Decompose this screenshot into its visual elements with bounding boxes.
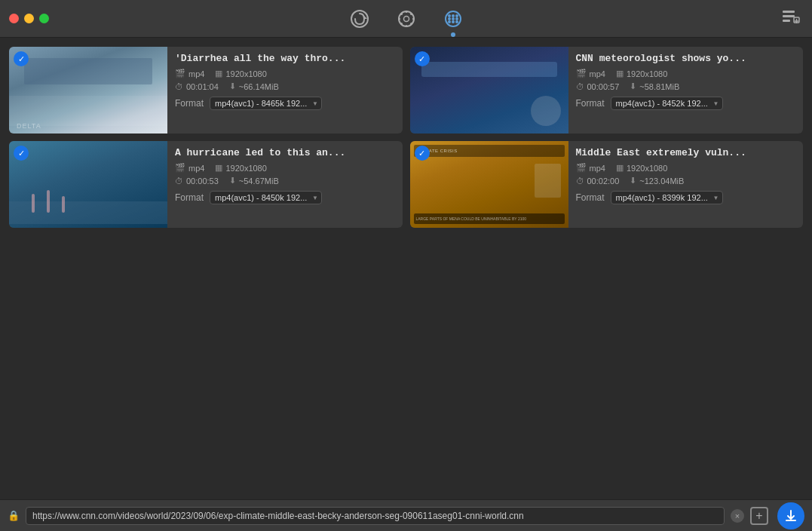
settings-icon[interactable] bbox=[394, 7, 418, 31]
res-icon-2: ▦ bbox=[616, 69, 624, 78]
format-label-2: Format bbox=[576, 98, 605, 109]
traffic-lights bbox=[9, 14, 49, 23]
grid-icon[interactable] bbox=[441, 7, 465, 31]
titlebar bbox=[0, 0, 812, 38]
format-row-1: Format mp4(avc1) - 8465k 192... bbox=[175, 96, 395, 110]
refresh-icon[interactable] bbox=[348, 7, 372, 31]
svg-point-4 bbox=[405, 11, 407, 13]
format-select-wrap-4[interactable]: mp4(avc1) - 8399k 192... bbox=[611, 190, 723, 204]
download-button[interactable] bbox=[777, 502, 804, 529]
svg-point-13 bbox=[448, 14, 451, 17]
url-icon: 🔒 bbox=[8, 510, 20, 521]
format-select-3[interactable]: mp4(avc1) - 8450k 192... bbox=[210, 191, 322, 204]
thumbnail-1: DELTA ✓ bbox=[9, 47, 167, 134]
meta-duration-3: ⏱ 00:00:53 bbox=[175, 176, 219, 186]
meta-resolution-4: ▦ 1920x1080 bbox=[616, 163, 667, 173]
format-select-wrap-2[interactable]: mp4(avc1) - 8452k 192... bbox=[611, 96, 723, 110]
svg-point-18 bbox=[455, 17, 458, 20]
meta-row-format-3: 🎬 mp4 ▦ 1920x1080 bbox=[175, 163, 395, 173]
titlebar-icons bbox=[348, 7, 465, 31]
format-select-wrap-1[interactable]: mp4(avc1) - 8465k 192... bbox=[210, 96, 322, 110]
dl-icon-4: ⬇ bbox=[630, 176, 636, 186]
url-display[interactable]: https://www.cnn.com/videos/world/2023/09… bbox=[26, 507, 725, 525]
svg-point-21 bbox=[455, 20, 458, 23]
thumbnail-3: ✓ bbox=[9, 141, 167, 228]
meta-resolution-2: ▦ 1920x1080 bbox=[616, 69, 667, 78]
meta-duration-2: ⏱ 00:00:57 bbox=[576, 82, 620, 91]
maximize-button[interactable] bbox=[39, 14, 49, 23]
url-add-button[interactable]: + bbox=[750, 507, 768, 525]
meta-size-4: ⬇ ~123.04MiB bbox=[630, 176, 684, 186]
meta-format-2: 🎬 mp4 bbox=[576, 69, 605, 78]
card-info-1: 'Diarrhea all the way thro... 🎬 mp4 ▦ 19… bbox=[167, 47, 403, 134]
format-label-4: Format bbox=[576, 192, 605, 203]
svg-point-9 bbox=[410, 23, 412, 25]
format-label-3: Format bbox=[175, 192, 204, 203]
svg-marker-1 bbox=[364, 16, 367, 19]
minimize-button[interactable] bbox=[24, 14, 34, 23]
meta-format-3: 🎬 mp4 bbox=[175, 163, 204, 173]
thumbnail-2: ✓ bbox=[410, 47, 568, 134]
meta-format-4: 🎬 mp4 bbox=[576, 163, 605, 173]
check-badge-2: ✓ bbox=[415, 51, 430, 66]
dl-icon-3: ⬇ bbox=[229, 176, 236, 186]
queue-icon[interactable] bbox=[780, 7, 801, 31]
format-label-1: Format bbox=[175, 98, 204, 109]
video-card-1: DELTA ✓ 'Diarrhea all the way thro... 🎬 … bbox=[9, 47, 403, 134]
video-title-4: Middle East extremely vuln... bbox=[576, 147, 796, 158]
format-select-2[interactable]: mp4(avc1) - 8452k 192... bbox=[611, 97, 723, 110]
svg-point-19 bbox=[448, 20, 451, 23]
meta-size-3: ⬇ ~54.67MiB bbox=[229, 176, 279, 186]
video-title-1: 'Diarrhea all the way thro... bbox=[175, 53, 395, 64]
svg-point-11 bbox=[400, 23, 403, 25]
meta-row-format-2: 🎬 mp4 ▦ 1920x1080 bbox=[576, 69, 796, 78]
film-icon-4: 🎬 bbox=[576, 163, 587, 173]
url-clear-button[interactable]: × bbox=[731, 509, 744, 523]
dl-icon-1: ⬇ bbox=[229, 81, 236, 91]
meta-row-time-3: ⏱ 00:00:53 ⬇ ~54.67MiB bbox=[175, 176, 395, 186]
format-select-wrap-3[interactable]: mp4(avc1) - 8450k 192... bbox=[210, 190, 322, 204]
card-info-2: CNN meteorologist shows yo... 🎬 mp4 ▦ 19… bbox=[568, 47, 804, 134]
res-icon-3: ▦ bbox=[215, 163, 222, 173]
meta-row-format-4: 🎬 mp4 ▦ 1920x1080 bbox=[576, 163, 796, 173]
meta-row-format-1: 🎬 mp4 ▦ 1920x1080 bbox=[175, 69, 395, 78]
meta-format-1: 🎬 mp4 bbox=[175, 69, 204, 78]
format-row-4: Format mp4(avc1) - 8399k 192... bbox=[576, 190, 796, 204]
thumbnail-4: CLIMATE CRISIS LARGE PARTS OF MENA COULD… bbox=[410, 141, 568, 228]
film-icon-1: 🎬 bbox=[175, 69, 185, 78]
film-icon-2: 🎬 bbox=[576, 69, 587, 78]
svg-point-7 bbox=[412, 17, 415, 20]
film-icon-3: 🎬 bbox=[175, 163, 185, 173]
svg-point-15 bbox=[455, 14, 458, 17]
meta-row-time-2: ⏱ 00:00:57 ⬇ ~58.81MiB bbox=[576, 81, 796, 91]
svg-point-3 bbox=[403, 16, 409, 21]
svg-rect-23 bbox=[783, 15, 795, 17]
meta-resolution-1: ▦ 1920x1080 bbox=[215, 69, 266, 78]
svg-rect-22 bbox=[783, 11, 795, 13]
clock-icon-1: ⏱ bbox=[175, 82, 183, 91]
video-card-2: ✓ CNN meteorologist shows yo... 🎬 mp4 ▦ … bbox=[410, 47, 804, 134]
video-title-2: CNN meteorologist shows yo... bbox=[576, 53, 796, 64]
meta-row-time-4: ⏱ 00:02:00 ⬇ ~123.04MiB bbox=[576, 176, 796, 186]
video-card-4: CLIMATE CRISIS LARGE PARTS OF MENA COULD… bbox=[410, 141, 804, 228]
check-badge-1: ✓ bbox=[14, 51, 29, 66]
clock-icon-3: ⏱ bbox=[175, 176, 183, 186]
video-card-3: ✓ A hurricane led to this an... 🎬 mp4 ▦ … bbox=[9, 141, 403, 228]
svg-point-8 bbox=[400, 13, 403, 15]
format-select-1[interactable]: mp4(avc1) - 8465k 192... bbox=[210, 97, 322, 110]
svg-point-6 bbox=[398, 17, 400, 20]
format-row-2: Format mp4(avc1) - 8452k 192... bbox=[576, 96, 796, 110]
meta-resolution-3: ▦ 1920x1080 bbox=[215, 163, 266, 173]
meta-row-time-1: ⏱ 00:01:04 ⬇ ~66.14MiB bbox=[175, 81, 395, 91]
res-icon-4: ▦ bbox=[616, 163, 624, 173]
card-info-4: Middle East extremely vuln... 🎬 mp4 ▦ 19… bbox=[568, 141, 804, 228]
bottombar: 🔒 https://www.cnn.com/videos/world/2023/… bbox=[0, 499, 812, 531]
svg-point-14 bbox=[452, 14, 455, 17]
meta-duration-4: ⏱ 00:02:00 bbox=[576, 176, 620, 186]
format-select-4[interactable]: mp4(avc1) - 8399k 192... bbox=[611, 191, 723, 204]
video-grid: DELTA ✓ 'Diarrhea all the way thro... 🎬 … bbox=[0, 38, 812, 237]
res-icon-1: ▦ bbox=[215, 69, 222, 78]
close-button[interactable] bbox=[9, 14, 19, 23]
meta-size-1: ⬇ ~66.14MiB bbox=[229, 81, 279, 91]
clock-icon-4: ⏱ bbox=[576, 176, 584, 186]
